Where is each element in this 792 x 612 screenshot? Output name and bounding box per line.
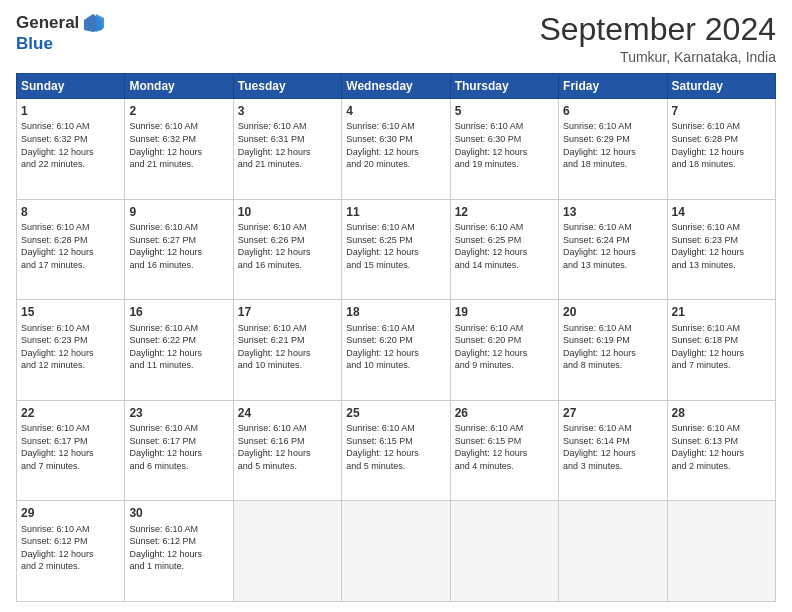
- day-number: 13: [563, 204, 662, 220]
- table-row: 10Sunrise: 6:10 AM Sunset: 6:26 PM Dayli…: [233, 199, 341, 300]
- logo-general-text: General: [16, 13, 79, 33]
- table-row: 4Sunrise: 6:10 AM Sunset: 6:30 PM Daylig…: [342, 99, 450, 200]
- day-info: Sunrise: 6:10 AM Sunset: 6:28 PM Dayligh…: [21, 221, 120, 271]
- page: General Blue September 2024 Tumkur, Karn…: [0, 0, 792, 612]
- day-info: Sunrise: 6:10 AM Sunset: 6:12 PM Dayligh…: [129, 523, 228, 573]
- table-row: 28Sunrise: 6:10 AM Sunset: 6:13 PM Dayli…: [667, 400, 775, 501]
- table-row: 20Sunrise: 6:10 AM Sunset: 6:19 PM Dayli…: [559, 300, 667, 401]
- day-number: 23: [129, 405, 228, 421]
- svg-marker-1: [96, 14, 104, 32]
- day-number: 1: [21, 103, 120, 119]
- day-number: 17: [238, 304, 337, 320]
- day-info: Sunrise: 6:10 AM Sunset: 6:20 PM Dayligh…: [346, 322, 445, 372]
- header: General Blue September 2024 Tumkur, Karn…: [16, 12, 776, 65]
- day-info: Sunrise: 6:10 AM Sunset: 6:20 PM Dayligh…: [455, 322, 554, 372]
- day-number: 8: [21, 204, 120, 220]
- day-number: 25: [346, 405, 445, 421]
- month-title: September 2024: [539, 12, 776, 47]
- day-info: Sunrise: 6:10 AM Sunset: 6:17 PM Dayligh…: [21, 422, 120, 472]
- table-row: 12Sunrise: 6:10 AM Sunset: 6:25 PM Dayli…: [450, 199, 558, 300]
- table-row: [233, 501, 341, 602]
- day-number: 28: [672, 405, 771, 421]
- day-info: Sunrise: 6:10 AM Sunset: 6:18 PM Dayligh…: [672, 322, 771, 372]
- table-row: [450, 501, 558, 602]
- location: Tumkur, Karnataka, India: [539, 49, 776, 65]
- day-info: Sunrise: 6:10 AM Sunset: 6:25 PM Dayligh…: [346, 221, 445, 271]
- table-row: 18Sunrise: 6:10 AM Sunset: 6:20 PM Dayli…: [342, 300, 450, 401]
- table-row: 22Sunrise: 6:10 AM Sunset: 6:17 PM Dayli…: [17, 400, 125, 501]
- day-info: Sunrise: 6:10 AM Sunset: 6:21 PM Dayligh…: [238, 322, 337, 372]
- day-info: Sunrise: 6:10 AM Sunset: 6:32 PM Dayligh…: [21, 120, 120, 170]
- day-info: Sunrise: 6:10 AM Sunset: 6:31 PM Dayligh…: [238, 120, 337, 170]
- day-info: Sunrise: 6:10 AM Sunset: 6:29 PM Dayligh…: [563, 120, 662, 170]
- day-info: Sunrise: 6:10 AM Sunset: 6:27 PM Dayligh…: [129, 221, 228, 271]
- table-row: 25Sunrise: 6:10 AM Sunset: 6:15 PM Dayli…: [342, 400, 450, 501]
- table-row: 8Sunrise: 6:10 AM Sunset: 6:28 PM Daylig…: [17, 199, 125, 300]
- table-row: 26Sunrise: 6:10 AM Sunset: 6:15 PM Dayli…: [450, 400, 558, 501]
- table-row: 15Sunrise: 6:10 AM Sunset: 6:23 PM Dayli…: [17, 300, 125, 401]
- table-row: 1Sunrise: 6:10 AM Sunset: 6:32 PM Daylig…: [17, 99, 125, 200]
- table-row: 24Sunrise: 6:10 AM Sunset: 6:16 PM Dayli…: [233, 400, 341, 501]
- day-number: 14: [672, 204, 771, 220]
- day-info: Sunrise: 6:10 AM Sunset: 6:23 PM Dayligh…: [672, 221, 771, 271]
- calendar-week-row: 22Sunrise: 6:10 AM Sunset: 6:17 PM Dayli…: [17, 400, 776, 501]
- col-sunday: Sunday: [17, 74, 125, 99]
- logo-icon: [82, 12, 104, 34]
- table-row: 5Sunrise: 6:10 AM Sunset: 6:30 PM Daylig…: [450, 99, 558, 200]
- day-number: 15: [21, 304, 120, 320]
- day-number: 30: [129, 505, 228, 521]
- col-thursday: Thursday: [450, 74, 558, 99]
- day-number: 16: [129, 304, 228, 320]
- day-number: 21: [672, 304, 771, 320]
- day-number: 24: [238, 405, 337, 421]
- logo-blue-text: Blue: [16, 34, 53, 54]
- day-number: 11: [346, 204, 445, 220]
- day-number: 12: [455, 204, 554, 220]
- calendar-week-row: 29Sunrise: 6:10 AM Sunset: 6:12 PM Dayli…: [17, 501, 776, 602]
- table-row: 17Sunrise: 6:10 AM Sunset: 6:21 PM Dayli…: [233, 300, 341, 401]
- day-number: 22: [21, 405, 120, 421]
- day-number: 27: [563, 405, 662, 421]
- day-info: Sunrise: 6:10 AM Sunset: 6:15 PM Dayligh…: [455, 422, 554, 472]
- table-row: 9Sunrise: 6:10 AM Sunset: 6:27 PM Daylig…: [125, 199, 233, 300]
- calendar-header-row: Sunday Monday Tuesday Wednesday Thursday…: [17, 74, 776, 99]
- day-info: Sunrise: 6:10 AM Sunset: 6:13 PM Dayligh…: [672, 422, 771, 472]
- table-row: 14Sunrise: 6:10 AM Sunset: 6:23 PM Dayli…: [667, 199, 775, 300]
- day-number: 26: [455, 405, 554, 421]
- day-info: Sunrise: 6:10 AM Sunset: 6:22 PM Dayligh…: [129, 322, 228, 372]
- day-info: Sunrise: 6:10 AM Sunset: 6:12 PM Dayligh…: [21, 523, 120, 573]
- day-info: Sunrise: 6:10 AM Sunset: 6:17 PM Dayligh…: [129, 422, 228, 472]
- table-row: [667, 501, 775, 602]
- day-number: 6: [563, 103, 662, 119]
- day-info: Sunrise: 6:10 AM Sunset: 6:19 PM Dayligh…: [563, 322, 662, 372]
- table-row: 16Sunrise: 6:10 AM Sunset: 6:22 PM Dayli…: [125, 300, 233, 401]
- day-info: Sunrise: 6:10 AM Sunset: 6:25 PM Dayligh…: [455, 221, 554, 271]
- col-saturday: Saturday: [667, 74, 775, 99]
- day-info: Sunrise: 6:10 AM Sunset: 6:16 PM Dayligh…: [238, 422, 337, 472]
- day-info: Sunrise: 6:10 AM Sunset: 6:30 PM Dayligh…: [455, 120, 554, 170]
- day-number: 10: [238, 204, 337, 220]
- table-row: 29Sunrise: 6:10 AM Sunset: 6:12 PM Dayli…: [17, 501, 125, 602]
- day-number: 5: [455, 103, 554, 119]
- col-monday: Monday: [125, 74, 233, 99]
- day-number: 19: [455, 304, 554, 320]
- day-info: Sunrise: 6:10 AM Sunset: 6:14 PM Dayligh…: [563, 422, 662, 472]
- day-number: 2: [129, 103, 228, 119]
- table-row: [342, 501, 450, 602]
- table-row: 27Sunrise: 6:10 AM Sunset: 6:14 PM Dayli…: [559, 400, 667, 501]
- day-info: Sunrise: 6:10 AM Sunset: 6:32 PM Dayligh…: [129, 120, 228, 170]
- table-row: 3Sunrise: 6:10 AM Sunset: 6:31 PM Daylig…: [233, 99, 341, 200]
- table-row: 11Sunrise: 6:10 AM Sunset: 6:25 PM Dayli…: [342, 199, 450, 300]
- calendar-week-row: 15Sunrise: 6:10 AM Sunset: 6:23 PM Dayli…: [17, 300, 776, 401]
- table-row: 6Sunrise: 6:10 AM Sunset: 6:29 PM Daylig…: [559, 99, 667, 200]
- title-block: September 2024 Tumkur, Karnataka, India: [539, 12, 776, 65]
- day-info: Sunrise: 6:10 AM Sunset: 6:15 PM Dayligh…: [346, 422, 445, 472]
- logo: General Blue: [16, 12, 104, 54]
- table-row: 30Sunrise: 6:10 AM Sunset: 6:12 PM Dayli…: [125, 501, 233, 602]
- day-number: 18: [346, 304, 445, 320]
- day-info: Sunrise: 6:10 AM Sunset: 6:24 PM Dayligh…: [563, 221, 662, 271]
- day-number: 20: [563, 304, 662, 320]
- day-number: 4: [346, 103, 445, 119]
- col-friday: Friday: [559, 74, 667, 99]
- table-row: 2Sunrise: 6:10 AM Sunset: 6:32 PM Daylig…: [125, 99, 233, 200]
